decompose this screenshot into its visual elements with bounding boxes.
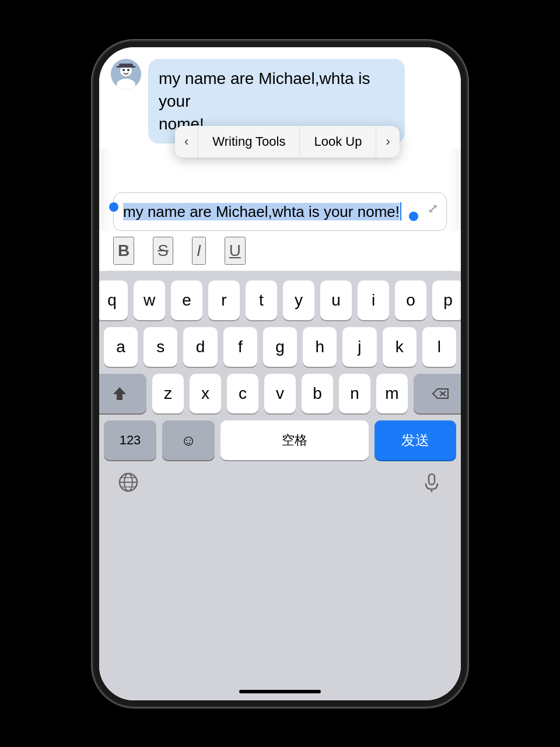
key-e[interactable]: e (171, 280, 202, 320)
key-s[interactable]: s (144, 327, 177, 367)
look-up-menu-item[interactable]: Look Up (299, 126, 376, 157)
key-row-1: q w e r t y u i o p (104, 280, 456, 320)
text-input-area[interactable]: my name are Michael,whta is your nome! ⤢ (113, 192, 447, 231)
key-x[interactable]: x (190, 374, 221, 413)
key-k[interactable]: k (383, 327, 416, 367)
bold-button[interactable]: B (113, 237, 134, 265)
svg-rect-15 (429, 474, 435, 485)
space-key[interactable]: 空格 (220, 420, 369, 460)
key-b[interactable]: b (302, 374, 333, 413)
key-row-bottom: 123 ☺ 空格 发送 (104, 420, 456, 460)
send-button[interactable]: 发送 (374, 420, 456, 460)
key-t[interactable]: t (246, 280, 277, 320)
numbers-label: 123 (120, 433, 141, 448)
key-z[interactable]: z (152, 374, 184, 413)
message-text: my name are Michael,whta is your (159, 69, 370, 110)
key-n[interactable]: n (339, 374, 370, 413)
key-j[interactable]: j (342, 327, 376, 367)
svg-point-4 (127, 69, 130, 71)
prev-button[interactable]: ‹ (175, 126, 198, 157)
svg-rect-6 (117, 66, 135, 68)
key-m[interactable]: m (376, 374, 408, 413)
numbers-key[interactable]: 123 (104, 420, 156, 460)
strikethrough-button[interactable]: S (153, 237, 173, 265)
key-d[interactable]: d (183, 327, 217, 367)
format-toolbar: B S I U (99, 231, 461, 271)
key-l[interactable]: l (422, 327, 456, 367)
mic-icon[interactable] (421, 472, 442, 497)
key-r[interactable]: r (208, 280, 240, 320)
emoji-icon: ☺ (181, 432, 197, 450)
key-o[interactable]: o (395, 280, 426, 320)
selection-handle-left (109, 202, 118, 212)
text-input-wrapper: my name are Michael,whta is your nome! ⤢ (99, 183, 461, 231)
svg-point-3 (123, 69, 125, 71)
chat-area: my name are Michael,whta is your nome! ‹… (99, 47, 461, 149)
send-label: 发送 (401, 431, 429, 450)
key-i[interactable]: i (358, 280, 389, 320)
key-q[interactable]: q (96, 280, 128, 320)
key-a[interactable]: a (104, 327, 138, 367)
italic-button[interactable]: I (192, 237, 206, 265)
key-h[interactable]: h (303, 327, 337, 367)
emoji-key[interactable]: ☺ (162, 420, 215, 460)
shift-icon (112, 386, 127, 401)
home-indicator (239, 690, 321, 693)
key-c[interactable]: c (227, 374, 258, 413)
input-text[interactable]: my name are Michael,whta is your nome! (123, 201, 437, 222)
svg-marker-7 (113, 387, 126, 400)
phone-frame: my name are Michael,whta is your nome! ‹… (93, 41, 467, 706)
context-menu: ‹ Writing Tools Look Up › (175, 126, 400, 157)
writing-tools-menu-item[interactable]: Writing Tools (198, 126, 299, 157)
key-f[interactable]: f (223, 327, 257, 367)
key-u[interactable]: u (320, 280, 352, 320)
next-button[interactable]: › (376, 126, 399, 157)
key-v[interactable]: v (264, 374, 296, 413)
shift-key[interactable] (93, 374, 146, 413)
selected-text: my name are Michael,whta is your nome! (123, 203, 400, 220)
keyboard-bottom-extras (104, 466, 456, 509)
key-w[interactable]: w (134, 280, 165, 320)
key-row-3: z x c v b n m (104, 374, 456, 413)
key-p[interactable]: p (432, 280, 464, 320)
delete-key[interactable] (414, 374, 467, 413)
globe-icon[interactable] (118, 472, 139, 497)
keyboard-area: q w e r t y u i o p a s d f g h j k l (99, 271, 461, 700)
delete-icon (432, 387, 449, 400)
space-label: 空格 (282, 432, 307, 449)
expand-button[interactable]: ⤢ (428, 201, 438, 216)
avatar (111, 59, 141, 89)
key-row-2: a s d f g h j k l (104, 327, 456, 367)
key-g[interactable]: g (263, 327, 297, 367)
key-y[interactable]: y (283, 280, 314, 320)
underline-button[interactable]: U (225, 237, 246, 265)
